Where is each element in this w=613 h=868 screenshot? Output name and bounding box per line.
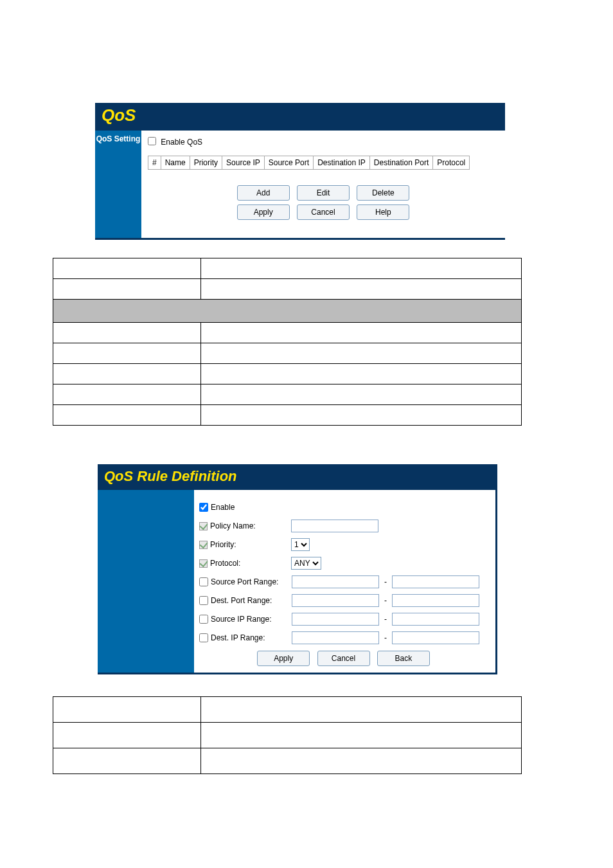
qos-title: QoS	[102, 105, 136, 125]
protocol-checkbox	[199, 559, 208, 568]
description-table-2	[53, 696, 522, 774]
help-button[interactable]: Help	[357, 204, 409, 220]
src-ip-from[interactable]	[292, 613, 379, 626]
col-src-ip: Source IP	[222, 156, 265, 170]
policy-name-checkbox	[199, 522, 208, 530]
cancel-button[interactable]: Cancel	[297, 204, 350, 220]
priority-label: Priority:	[210, 540, 291, 549]
col-src-port: Source Port	[264, 156, 313, 170]
dst-port-label: Dest. Port Range:	[211, 596, 292, 605]
rule-panel: QoS Rule Definition Enable Policy Name: …	[98, 464, 497, 674]
enable-qos-label: Enable QoS	[161, 138, 202, 147]
rule-header: QoS Rule Definition	[98, 464, 495, 490]
rule-cancel-button[interactable]: Cancel	[317, 651, 370, 666]
priority-select[interactable]: 1	[291, 538, 310, 551]
col-num: #	[148, 156, 161, 170]
dst-port-from[interactable]	[292, 594, 379, 607]
enable-qos-checkbox[interactable]	[148, 137, 156, 145]
dst-ip-to[interactable]	[392, 631, 479, 644]
qos-panel: QoS QoS Setting Enable QoS # Name Priori…	[95, 103, 505, 240]
rule-title: QoS Rule Definition	[104, 468, 237, 484]
rule-back-button[interactable]: Back	[377, 651, 430, 666]
rule-sidebar	[98, 490, 194, 673]
col-priority: Priority	[190, 156, 222, 170]
priority-checkbox	[199, 541, 208, 549]
apply-button[interactable]: Apply	[237, 204, 290, 220]
dash-icon: -	[379, 615, 392, 624]
delete-button[interactable]: Delete	[357, 185, 409, 201]
qos-rules-table: # Name Priority Source IP Source Port De…	[148, 156, 470, 170]
rule-apply-button[interactable]: Apply	[257, 651, 310, 666]
src-ip-checkbox[interactable]	[199, 615, 208, 624]
add-button[interactable]: Add	[237, 185, 290, 201]
src-ip-to[interactable]	[392, 613, 479, 626]
dst-port-checkbox[interactable]	[199, 596, 208, 605]
dash-icon: -	[379, 596, 392, 605]
src-ip-label: Source IP Range:	[211, 615, 292, 624]
src-port-to[interactable]	[392, 575, 479, 588]
enable-rule-checkbox[interactable]	[199, 503, 208, 512]
dst-ip-label: Dest. IP Range:	[211, 633, 292, 642]
enable-rule-label: Enable	[211, 503, 235, 512]
qos-header: QoS	[95, 103, 505, 131]
col-dst-port: Destination Port	[369, 156, 432, 170]
protocol-select[interactable]: ANY	[291, 557, 321, 570]
edit-button[interactable]: Edit	[297, 185, 350, 201]
policy-name-input[interactable]	[291, 520, 378, 532]
col-dst-ip: Destination IP	[314, 156, 370, 170]
col-name: Name	[161, 156, 190, 170]
policy-name-label: Policy Name:	[210, 521, 291, 530]
src-port-from[interactable]	[292, 575, 379, 588]
dst-ip-from[interactable]	[292, 631, 379, 644]
sidebar-label: QoS Setting	[96, 134, 141, 143]
src-port-label: Source Port Range:	[211, 577, 292, 586]
src-port-checkbox[interactable]	[199, 577, 208, 586]
qos-sidebar[interactable]: QoS Setting	[95, 131, 141, 238]
dst-port-to[interactable]	[392, 594, 479, 607]
dash-icon: -	[379, 633, 392, 642]
dst-ip-checkbox[interactable]	[199, 633, 208, 642]
dash-icon: -	[379, 577, 392, 586]
protocol-label: Protocol:	[210, 559, 291, 568]
col-protocol: Protocol	[433, 156, 470, 170]
description-table-1	[53, 258, 522, 426]
